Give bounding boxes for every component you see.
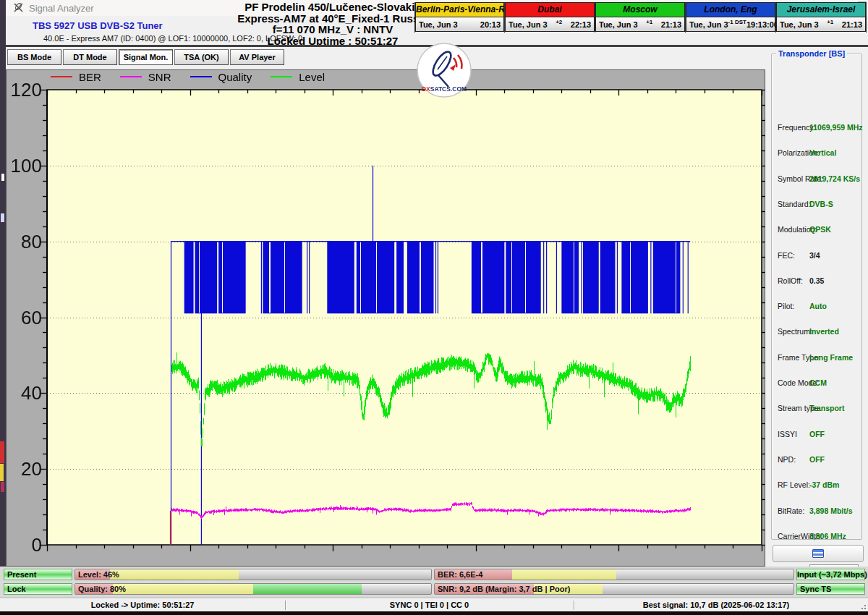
- bar-segment: [113, 584, 253, 594]
- transponder-value: OFF: [809, 430, 825, 438]
- window-edge-fleck: [1, 482, 4, 492]
- clock-date: Tue, Jun 3: [419, 20, 458, 29]
- clock-city: Moscow: [595, 2, 685, 17]
- legend-label: Level: [299, 71, 325, 83]
- mode-tabs: BS ModeDT ModeSignal Mon.TSA (OK)AV Play…: [7, 49, 286, 65]
- legend-swatch: [120, 76, 142, 77]
- clock-time: 21:13: [661, 20, 681, 29]
- clock-utc-offset: +1: [638, 19, 661, 25]
- transponder-value: QPSK: [809, 225, 831, 234]
- clock-time-row: Tue, Jun 3+222:13: [505, 17, 595, 32]
- transponder-value: Inverted: [809, 327, 839, 336]
- y-axis-tick-label: 40: [3, 382, 42, 404]
- status-best-signal: Best signal: 10,7 dB (2025-06-02 13:17): [575, 601, 857, 609]
- resize-grip[interactable]: [859, 603, 867, 610]
- status-badge-present: Present: [4, 569, 72, 580]
- world-clock: London, EngTue, Jun 3-1 DST19:13:00: [686, 2, 776, 33]
- bar-ber: BER: 6,6E-4: [434, 569, 794, 580]
- bar-segment: [253, 584, 362, 594]
- bar-label: SNR: 9,2 dB (Margin: 3,7 dB | Poor): [438, 585, 570, 593]
- status-bar: Locked -> Uptime: 50:51:27 SYNC 0 | TEI …: [0, 598, 868, 611]
- transponder-label: RF Level:: [778, 480, 810, 489]
- transponder-panel: Transponder [BS] Frequency:11069,959 MHz…: [771, 54, 862, 540]
- world-clock: Jerusalem-IsraelTue, Jun 3+121:13: [776, 2, 867, 33]
- signal-analyzer-window: Signal Analyzer TBS 5927 USB DVB-S2 Tune…: [0, 0, 868, 615]
- transponder-value: OFF: [809, 455, 825, 464]
- clock-time-row: Tue, Jun 3-1 DST19:13:00: [686, 17, 775, 32]
- tab-av-player[interactable]: AV Player: [230, 49, 284, 65]
- tab-bs-mode[interactable]: BS Mode: [7, 49, 61, 65]
- svg-text:DXSATCS.COM: DXSATCS.COM: [422, 85, 467, 93]
- transponder-value: Auto: [809, 302, 827, 310]
- legend-item-snr: SNR: [120, 71, 171, 83]
- legend-swatch: [51, 76, 72, 77]
- bar-segment: [110, 569, 239, 580]
- world-clock: Berlin-Paris-Vienna-RomaTue, Jun 320:13: [414, 2, 505, 33]
- transponder-label: NPD:: [778, 455, 796, 464]
- transponder-value: -37 dBm: [809, 480, 839, 489]
- tuner-title: TBS 5927 USB DVB-S2 Tuner: [33, 20, 163, 31]
- bar-label: BER: 6,6E-4: [438, 570, 482, 579]
- world-clocks: Berlin-Paris-Vienna-RomaTue, Jun 320:13D…: [414, 2, 867, 33]
- clock-city: Berlin-Paris-Vienna-Roma: [415, 2, 504, 17]
- clock-city: Dubai: [505, 2, 595, 17]
- transponder-label: Spectrum:: [778, 327, 812, 336]
- clock-utc-offset: +1: [819, 19, 842, 25]
- bar-quality: Quality: 80%: [75, 583, 432, 595]
- transponder-value: 3,806 MHz: [809, 532, 846, 540]
- screen-bottom-edge: [0, 611, 868, 615]
- transponder-value: DVB-S: [809, 200, 833, 208]
- signal-history-chart: [6, 69, 765, 567]
- tab-tsa-ok-[interactable]: TSA (OK): [174, 49, 229, 65]
- transponder-label: BitRate:: [778, 506, 804, 515]
- world-clock: DubaiTue, Jun 3+222:13: [505, 2, 595, 33]
- transponder-label: FEC:: [778, 251, 795, 260]
- tab-signal-mon-[interactable]: Signal Mon.: [119, 49, 173, 65]
- status-badge-input-3-72-mbps-: Input (~3,72 Mbps): [796, 569, 865, 580]
- clock-utc-offset: +2: [548, 19, 571, 25]
- legend-item-quality: Quality: [190, 71, 252, 83]
- y-axis-tick-label: 80: [3, 231, 42, 253]
- transponder-label: Standard:: [778, 200, 811, 208]
- legend-label: Quality: [218, 71, 252, 83]
- clock-time-row: Tue, Jun 3+121:13: [776, 17, 866, 32]
- transponder-label: RollOff:: [778, 276, 803, 285]
- clock-time: 21:13: [842, 20, 862, 29]
- transponder-value: Long Frame: [809, 353, 853, 362]
- legend-label: SNR: [148, 71, 171, 83]
- transponder-value: Vertical: [809, 148, 836, 157]
- bar-label: Level: 46%: [78, 570, 119, 579]
- clock-date: Tue, Jun 3: [509, 20, 548, 29]
- transponder-value: 2819,724 KS/s: [809, 174, 860, 183]
- clock-time: 22:13: [571, 20, 591, 29]
- bar-segment: [512, 569, 616, 580]
- status-sync-counters: SYNC 0 | TEI 0 | CC 0: [286, 601, 572, 609]
- transponder-label: Pilot:: [778, 302, 794, 310]
- transponder-value: 3/4: [809, 251, 820, 260]
- y-axis-tick-label: 60: [3, 307, 42, 329]
- clock-time-row: Tue, Jun 3+121:13: [595, 17, 685, 32]
- world-clock: MoscowTue, Jun 3+121:13: [595, 2, 686, 33]
- legend-label: BER: [79, 71, 101, 83]
- y-axis-tick-label: 100: [3, 155, 42, 177]
- legend-item-ber: BER: [51, 71, 101, 83]
- clock-time: 20:13: [480, 20, 501, 29]
- legend-swatch: [190, 76, 212, 77]
- ts-card-button[interactable]: [773, 545, 864, 562]
- transponder-panel-title: Transponder [BS]: [776, 49, 847, 58]
- clock-city: London, Eng: [686, 2, 775, 17]
- clock-utc-offset: -1 DST: [728, 19, 746, 25]
- bar-level: Level: 46%: [75, 569, 432, 580]
- bar-label: Quality: 80%: [78, 585, 126, 593]
- transponder-value: 11069,959 MHz: [809, 123, 863, 132]
- status-lock-uptime: Locked -> Uptime: 50:51:27: [0, 601, 285, 609]
- y-axis-tick-label: 0: [3, 534, 42, 556]
- y-axis-tick-label: 120: [3, 79, 42, 101]
- legend-swatch: [271, 76, 292, 77]
- transponder-value: 3,898 Mbit/s: [809, 506, 853, 515]
- dxsatcs-logo: DXSATCS.COM: [416, 42, 472, 101]
- transponder-label: ISSYI: [778, 430, 797, 438]
- signal-indicator-bars: PresentLevel: 46%BER: 6,6E-4Input (~3,72…: [0, 567, 868, 598]
- tab-dt-mode[interactable]: DT Mode: [63, 49, 117, 65]
- window-title: Signal Analyzer: [29, 3, 94, 14]
